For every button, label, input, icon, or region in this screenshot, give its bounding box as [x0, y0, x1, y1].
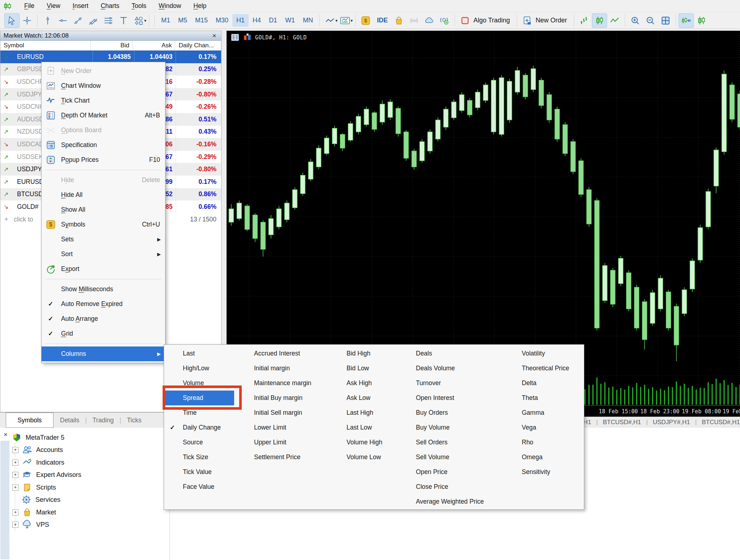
sidebar-item-scripts[interactable]: +Scripts [12, 481, 81, 494]
sidebar-item-accounts[interactable]: +Accounts [12, 444, 81, 457]
sidebar-item-services[interactable]: Services [12, 494, 81, 507]
tile-windows-icon[interactable] [658, 13, 673, 28]
menu-item-hide[interactable]: HideDelete [42, 173, 165, 188]
column-option-buy-orders[interactable]: Buy Orders [397, 405, 503, 420]
sidebar-item-expert-advisors[interactable]: +Expert Advisors [12, 469, 81, 482]
tab-details[interactable]: Details [60, 417, 79, 424]
menu-window[interactable]: Window [152, 1, 187, 11]
chart-tab-btcusd-h1[interactable]: BTCUSD#,H1 [603, 419, 641, 426]
new-order-button[interactable]: New Order [535, 17, 567, 24]
column-option-sell-volume[interactable]: Sell Volume [397, 450, 503, 465]
symbols-dollar-icon[interactable]: $ [358, 13, 373, 28]
timeframe-m5[interactable]: M5 [174, 14, 191, 27]
column-option-vega[interactable]: Vega [503, 420, 583, 435]
close-icon[interactable]: × [211, 32, 218, 40]
column-option-source[interactable]: Source [164, 435, 235, 450]
column-option-average-weighted-price[interactable]: Average Weighted Price [397, 494, 503, 509]
timeframe-m1[interactable]: M1 [157, 14, 174, 27]
chart-tab-btcusd-h1[interactable]: BTCUSD#,H1 [702, 419, 740, 426]
depth-of-market-icon[interactable] [231, 33, 240, 42]
menu-item-chart-window[interactable]: Chart Window [42, 78, 165, 93]
vertical-line-tool-icon[interactable] [40, 13, 55, 28]
navigator-close-icon[interactable]: × [4, 431, 8, 439]
text-tool-icon[interactable] [116, 13, 131, 28]
column-option-last[interactable]: Last [164, 346, 235, 361]
menu-view[interactable]: View [40, 1, 66, 11]
algo-trading-label[interactable]: Algo Trading [473, 17, 510, 24]
menu-help[interactable]: Help [187, 1, 212, 11]
crosshair-tool-icon[interactable] [20, 13, 35, 28]
column-option-delta[interactable]: Delta [503, 376, 583, 391]
timeframe-h4[interactable]: H4 [249, 14, 265, 27]
column-header-ask[interactable]: Ask [133, 41, 176, 50]
column-option-settlement-price[interactable]: Settlement Price [235, 450, 328, 465]
chevron-down-icon[interactable]: ▾ [144, 18, 146, 23]
menu-insert[interactable]: Insert [66, 1, 95, 11]
column-option-maintenance-margin[interactable]: Maintenance margin [235, 376, 328, 391]
column-option-sensitivity[interactable]: Sensitivity [503, 465, 583, 479]
column-option-rho[interactable]: Rho [503, 435, 583, 450]
menu-file[interactable]: File [18, 1, 40, 11]
community-icon[interactable] [437, 13, 452, 28]
navigator-side-strip[interactable] [0, 441, 9, 559]
column-option-daily-change[interactable]: ✓Daily Change [164, 420, 235, 435]
menu-item-sets[interactable]: Sets▶ [42, 232, 165, 247]
table-row-eurusd[interactable]: ↗EURUSD1.043851.044030.17% [0, 51, 221, 63]
column-option-turnover[interactable]: Turnover [397, 376, 503, 391]
timeframe-m15[interactable]: M15 [191, 14, 212, 27]
menu-item-export[interactable]: Export [42, 262, 165, 276]
channel-tool-icon[interactable] [86, 13, 101, 28]
menu-item-columns[interactable]: Columns▶ [42, 346, 165, 361]
menu-item-popup-prices[interactable]: Popup PricesF10 [42, 152, 165, 167]
column-option-sell-orders[interactable]: Sell Orders [397, 435, 503, 450]
menu-item-grid[interactable]: ✓Grid [42, 326, 165, 341]
bar-chart-icon[interactable] [577, 13, 592, 28]
timeframe-d1[interactable]: D1 [265, 14, 281, 27]
column-option-open-price[interactable]: Open Price [397, 465, 503, 479]
equidistant-channel-tool-icon[interactable] [101, 13, 116, 28]
algo-trading-icon[interactable] [457, 13, 473, 28]
menu-item-auto-remove-expired[interactable]: ✓Auto Remove Expired [42, 297, 165, 311]
timeframe-m30[interactable]: M30 [212, 14, 232, 27]
column-option-deals-volume[interactable]: Deals Volume [397, 361, 503, 376]
tab-symbols[interactable]: Symbols [6, 413, 53, 428]
menu-item-show-milliseconds[interactable]: Show Milliseconds [42, 282, 165, 297]
column-option-accrued-interest[interactable]: Accrued Interest [235, 346, 328, 361]
horizontal-line-tool-icon[interactable] [55, 13, 70, 28]
column-header-bid[interactable]: Bid [91, 41, 133, 50]
signals-icon[interactable] [406, 13, 422, 28]
sidebar-item-vps[interactable]: +VPS [12, 519, 81, 531]
menu-item-specification[interactable]: Specification [42, 138, 165, 152]
menu-item-hide-all[interactable]: Hide All [42, 188, 165, 202]
chart-shift-icon[interactable] [679, 13, 694, 28]
menu-item-sort[interactable]: Sort▶ [42, 247, 165, 262]
column-option-tick-value[interactable]: Tick Value [164, 465, 235, 479]
chart-tab-usdjpy-h1[interactable]: USDJPY#,H1 [653, 419, 690, 426]
menu-item-show-all[interactable]: Show All [42, 202, 165, 217]
expand-icon[interactable]: + [12, 509, 18, 516]
menu-item-new-order[interactable]: New Order [42, 64, 165, 78]
line-chart-icon[interactable] [607, 13, 622, 28]
menu-item-symbols[interactable]: $SymbolsCtrl+U [42, 217, 165, 232]
trendline-tool-icon[interactable] [70, 13, 86, 28]
column-option-gamma[interactable]: Gamma [503, 405, 583, 420]
column-option-tick-size[interactable]: Tick Size [164, 450, 235, 465]
tab-trading[interactable]: Trading [92, 417, 114, 424]
zoom-out-icon[interactable] [643, 13, 658, 28]
column-option-deals[interactable]: Deals [397, 346, 503, 361]
expand-icon[interactable]: + [12, 447, 18, 453]
column-option-close-price[interactable]: Close Price [397, 479, 503, 494]
column-option-omega[interactable]: Omega [503, 450, 583, 465]
sidebar-item-market[interactable]: +Market [12, 506, 81, 519]
column-option-volatility[interactable]: Volatility [503, 346, 583, 361]
expand-icon[interactable]: + [12, 484, 18, 491]
tab-ticks[interactable]: Ticks [127, 417, 141, 424]
add-symbol-icon[interactable]: + [0, 215, 10, 223]
column-option-theoretical-price[interactable]: Theoretical Price [503, 361, 583, 376]
add-symbol-label[interactable]: click to [10, 216, 33, 223]
expand-icon[interactable]: + [12, 460, 18, 466]
ide-button[interactable]: IDE [377, 17, 388, 24]
expand-icon[interactable]: + [12, 522, 18, 528]
menu-item-tick-chart[interactable]: Tick Chart [42, 93, 165, 108]
menu-tools[interactable]: Tools [125, 1, 152, 11]
